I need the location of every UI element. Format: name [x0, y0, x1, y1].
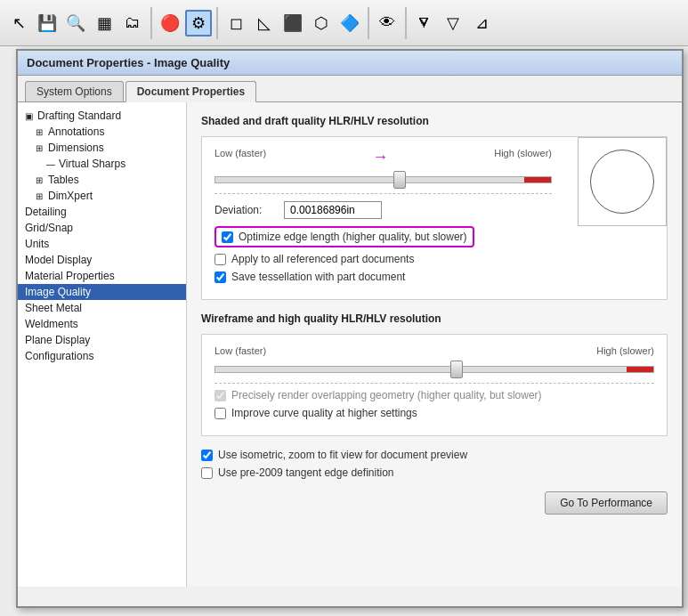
- slider1-labels: Low (faster) → High (slower): [214, 148, 552, 166]
- search-icon[interactable]: 🔍: [62, 10, 89, 36]
- expand-dimensions-icon: ⊞: [36, 143, 46, 153]
- deviation-label: Deviation:: [214, 204, 277, 216]
- dialog-title: Document Properties - Image Quality: [27, 56, 230, 69]
- checkbox-optimize-row: Optimize edge length (higher quality, bu…: [214, 226, 552, 247]
- expand-virtual-icon: —: [46, 159, 57, 169]
- slider2-low-label: Low (faster): [214, 345, 266, 356]
- tree-panel: ▣ Drafting Standard ⊞ Annotations ⊞ Dime…: [18, 102, 187, 587]
- preview-box: [578, 137, 667, 226]
- sphere-icon[interactable]: ⬡: [308, 10, 335, 36]
- checkbox-improve-row: Improve curve quality at higher settings: [214, 407, 654, 419]
- tree-item-annotations[interactable]: ⊞ Annotations: [18, 124, 186, 140]
- checkbox-tangent-row: Use pre-2009 tangent edge definition: [201, 466, 668, 479]
- checkbox-isometric-row: Use isometric, zoom to fit view for docu…: [201, 449, 668, 461]
- cube-blue-icon[interactable]: 🔷: [336, 10, 363, 36]
- filter3-icon[interactable]: ⊿: [468, 10, 495, 36]
- slider1-dotted: [214, 193, 552, 194]
- slider2-section: Low (faster) High (slower) Precisely ren…: [201, 334, 668, 436]
- cube-wire-icon[interactable]: ◻: [223, 10, 249, 36]
- tree-item-configurations[interactable]: Configurations: [18, 348, 186, 364]
- tree-item-virtual-sharps[interactable]: — Virtual Sharps: [18, 156, 186, 172]
- model-icon[interactable]: 🗂: [119, 10, 146, 36]
- tree-item-detailing[interactable]: Detailing: [18, 204, 186, 220]
- improve-label[interactable]: Improve curve quality at higher settings: [231, 407, 417, 419]
- section2-title: Wireframe and high quality HLR/HLV resol…: [201, 312, 668, 325]
- expand-icon: ▣: [25, 111, 36, 121]
- tab-document-properties[interactable]: Document Properties: [125, 81, 256, 102]
- filter2-icon[interactable]: ▽: [440, 10, 466, 36]
- deviation-input[interactable]: [284, 201, 382, 219]
- slider1-track-container[interactable]: [214, 170, 552, 190]
- checkbox-optimize[interactable]: [222, 231, 233, 243]
- tab-bar: System Options Document Properties: [18, 76, 682, 102]
- settings-icon[interactable]: ⚙: [185, 10, 212, 36]
- expand-dimxpert-icon: ⊞: [36, 191, 46, 201]
- cube-solid-icon[interactable]: ⬛: [279, 10, 306, 36]
- tree-item-sheet-metal[interactable]: Sheet Metal: [18, 300, 186, 316]
- slider2-track-container[interactable]: [214, 360, 654, 379]
- tree-item-plane-display[interactable]: Plane Display: [18, 332, 186, 348]
- dialog-body: ▣ Drafting Standard ⊞ Annotations ⊞ Dime…: [18, 102, 682, 587]
- grid-icon[interactable]: ▦: [91, 10, 117, 36]
- eye-icon[interactable]: 👁: [374, 10, 401, 36]
- expand-tables-icon: ⊞: [36, 175, 46, 185]
- checkbox-precisely-row: Precisely render overlapping geometry (h…: [214, 389, 654, 401]
- tangent-label[interactable]: Use pre-2009 tangent edge definition: [218, 466, 393, 479]
- slider2-dotted: [214, 383, 654, 384]
- deviation-row: Deviation:: [214, 201, 552, 219]
- checkbox-apply[interactable]: [214, 254, 226, 265]
- content-panel: Shaded and draft quality HLR/HLV resolut…: [187, 102, 682, 587]
- checkbox-improve[interactable]: [214, 408, 226, 419]
- slider1-high-label: High (slower): [494, 148, 552, 166]
- separator4: [405, 7, 407, 39]
- slider1-thumb[interactable]: [393, 171, 406, 189]
- tree-item-material-properties[interactable]: Material Properties: [18, 268, 186, 284]
- section1-title: Shaded and draft quality HLR/HLV resolut…: [201, 115, 668, 127]
- bottom-checkboxes: Use isometric, zoom to fit view for docu…: [201, 449, 668, 479]
- tree-item-tables[interactable]: ⊞ Tables: [18, 172, 186, 188]
- checkbox-save[interactable]: [214, 272, 226, 283]
- dialog-titlebar: Document Properties - Image Quality: [18, 51, 682, 76]
- apply-label[interactable]: Apply to all referenced part documents: [231, 253, 414, 265]
- tree-item-drafting-standard[interactable]: ▣ Drafting Standard: [18, 108, 186, 124]
- checkbox-save-row: Save tessellation with part document: [214, 271, 552, 283]
- tree-item-units[interactable]: Units: [18, 236, 186, 252]
- optimize-label[interactable]: Optimize edge length (higher quality, bu…: [239, 231, 467, 243]
- tree-item-dimensions[interactable]: ⊞ Dimensions: [18, 140, 186, 156]
- slider1-section: Low (faster) → High (slower) Deviation:: [201, 136, 668, 300]
- tab-system-options[interactable]: System Options: [25, 81, 124, 101]
- checkbox-isometric[interactable]: [201, 450, 213, 461]
- save-icon[interactable]: 💾: [34, 10, 61, 36]
- save-label[interactable]: Save tessellation with part document: [231, 271, 405, 283]
- precisely-label: Precisely render overlapping geometry (h…: [231, 389, 542, 401]
- stopgo-icon[interactable]: 🔴: [157, 10, 183, 36]
- preview-circle: [590, 150, 654, 214]
- checkbox-precisely[interactable]: [214, 390, 226, 401]
- tree-item-weldments[interactable]: Weldments: [18, 316, 186, 332]
- cube-back-icon[interactable]: ◺: [251, 10, 278, 36]
- separator1: [150, 7, 152, 39]
- dialog-window: Document Properties - Image Quality Syst…: [16, 49, 684, 608]
- tree-item-model-display[interactable]: Model Display: [18, 252, 186, 268]
- toolbar: ↖ 💾 🔍 ▦ 🗂 🔴 ⚙ ◻ ◺ ⬛ ⬡ 🔷 👁 ⛛ ▽ ⊿: [0, 0, 688, 46]
- slider1-track: [214, 176, 552, 183]
- tree-item-dimxpert[interactable]: ⊞ DimXpert: [18, 188, 186, 204]
- tree-item-gridsnap[interactable]: Grid/Snap: [18, 220, 186, 236]
- expand-annotations-icon: ⊞: [36, 127, 46, 137]
- slider1-low-label: Low (faster): [214, 148, 266, 166]
- optimize-checkbox-highlight: Optimize edge length (higher quality, bu…: [214, 226, 474, 247]
- slider2-fill: [627, 367, 653, 372]
- arrow-icon[interactable]: ↖: [5, 10, 32, 36]
- slider1-fill: [524, 177, 551, 182]
- checkbox-apply-row: Apply to all referenced part documents: [214, 253, 552, 265]
- slider2-thumb[interactable]: [450, 361, 463, 378]
- slider2-labels: Low (faster) High (slower): [214, 345, 654, 356]
- slider2-track: [214, 366, 654, 373]
- tree-item-image-quality[interactable]: Image Quality: [18, 284, 186, 300]
- isometric-label[interactable]: Use isometric, zoom to fit view for docu…: [218, 449, 467, 461]
- separator3: [368, 7, 369, 39]
- filter1-icon[interactable]: ⛛: [411, 10, 438, 36]
- checkbox-tangent[interactable]: [201, 467, 213, 479]
- separator2: [216, 7, 218, 39]
- goto-performance-button[interactable]: Go To Performance: [545, 491, 668, 515]
